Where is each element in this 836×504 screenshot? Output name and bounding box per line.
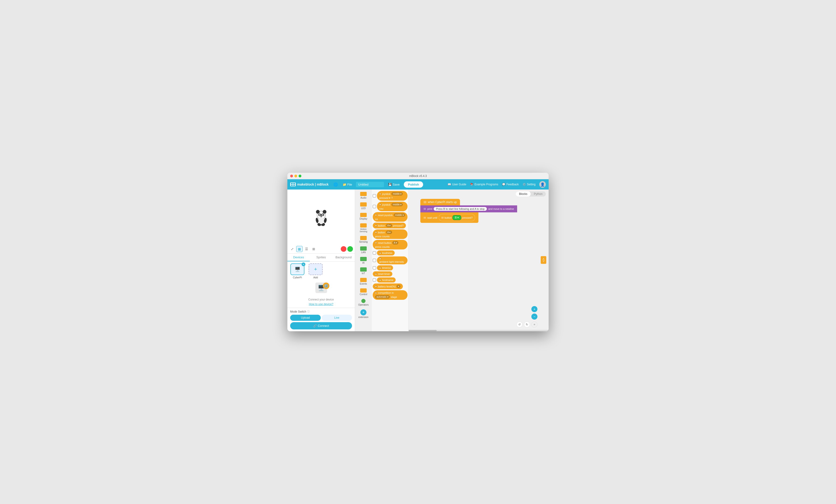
- category-display[interactable]: Display: [356, 211, 371, 221]
- close-button[interactable]: [290, 175, 293, 177]
- redo-btn[interactable]: ↻: [524, 322, 530, 328]
- add-sprite-item: + Add: [307, 264, 324, 279]
- block-notch: ■: [379, 252, 381, 254]
- stop-button[interactable]: [341, 246, 346, 252]
- category-operators[interactable]: Operators: [356, 297, 371, 308]
- block-competition[interactable]: ■ competition in automatic ▾ stage: [373, 290, 407, 300]
- how-to-link[interactable]: How to use device?: [290, 303, 352, 306]
- block-reset-button-counts[interactable]: ■ reset button A ▾ press counts: [373, 240, 407, 249]
- sprite-thumb-cyberpi[interactable]: 🖥️ ✕: [290, 264, 304, 275]
- checkbox-b1[interactable]: [373, 194, 376, 197]
- category-iot[interactable]: IoT: [356, 266, 371, 276]
- svg-rect-0: [291, 183, 293, 184]
- dropdown-auto[interactable]: automatic ▾: [375, 295, 390, 298]
- run-button[interactable]: [347, 246, 353, 252]
- print-block[interactable]: print Press B to start line following an…: [420, 206, 517, 212]
- nav-icon-button[interactable]: 🌐: [332, 181, 339, 188]
- block-hostname[interactable]: ■ hostname: [377, 277, 396, 283]
- cat-label-audio: Audio: [360, 196, 366, 199]
- live-mode-btn[interactable]: Live: [322, 315, 352, 321]
- category-sensing[interactable]: Sensing: [356, 234, 371, 245]
- brand-logo: [290, 182, 296, 186]
- undo-btn[interactable]: ↺: [516, 322, 522, 328]
- add-sprite-btn[interactable]: +: [309, 264, 323, 275]
- category-extension[interactable]: + extension: [356, 308, 371, 320]
- block-button-press-counts[interactable]: ■ button A ▾ press counts: [373, 229, 407, 239]
- detail-view-btn[interactable]: ⊞: [311, 246, 317, 252]
- block-notch: ■: [375, 232, 377, 233]
- block-button-pressed[interactable]: ■ button A ▾ pressed?: [373, 222, 406, 229]
- dropdown-a[interactable]: A ▾: [386, 224, 392, 227]
- avatar[interactable]: 👤: [539, 181, 546, 188]
- upload-mode-btn[interactable]: Upload: [290, 315, 321, 321]
- block-joystick-pressed[interactable]: ■ joystick middle ▾ pressed ▾ ?: [377, 191, 407, 201]
- tabs-row: Devices Sprites Background: [287, 254, 355, 261]
- cat-label-sensing: Sensing: [359, 240, 368, 243]
- view-controls: ⤢ ▦ ☰ ⊞: [287, 245, 355, 254]
- connect-device-btn[interactable]: 🔗 Connect: [290, 322, 352, 329]
- category-audio[interactable]: Audio: [356, 191, 371, 200]
- example-programs-link[interactable]: 📚Example Programs: [470, 183, 498, 186]
- tab-python[interactable]: Python: [531, 191, 546, 196]
- expand-code-btn[interactable]: </>: [541, 256, 546, 264]
- scrollbar-thumb[interactable]: [408, 330, 437, 331]
- sprite-remove-btn[interactable]: ✕: [302, 263, 305, 266]
- checkbox-b7[interactable]: [373, 251, 376, 255]
- tab-devices[interactable]: Devices: [287, 254, 310, 261]
- svg-point-14: [320, 214, 320, 215]
- category-control[interactable]: Control: [356, 287, 371, 297]
- dropdown-a3[interactable]: A ▾: [392, 241, 398, 245]
- category-events[interactable]: Events: [356, 276, 371, 287]
- category-lan[interactable]: LAN: [356, 245, 371, 255]
- checkbox-b11[interactable]: [373, 278, 376, 282]
- dropdown-middle[interactable]: middle ▾: [392, 192, 403, 196]
- window-controls: [290, 175, 301, 177]
- block-reset-joystick[interactable]: ■ reset joystick middle ▾ co: [373, 212, 407, 222]
- dropdown-middle3[interactable]: middle ▾: [394, 213, 405, 217]
- category-ai[interactable]: AI: [356, 255, 371, 266]
- tab-blocks[interactable]: Blocks: [516, 191, 530, 196]
- connect-area: 🖥️ ⚙️ Connect your device How to use dev…: [287, 281, 355, 308]
- print-text-block[interactable]: Press B to start line following and A to…: [434, 207, 487, 211]
- tab-background[interactable]: Background: [332, 254, 355, 261]
- minimize-button[interactable]: [294, 175, 297, 177]
- project-name-input[interactable]: [356, 182, 384, 187]
- zoom-in-btn[interactable]: +: [531, 306, 537, 312]
- horizontal-scrollbar[interactable]: [408, 330, 549, 331]
- block-battery[interactable]: ■ battery level(%) ▾: [373, 284, 403, 289]
- event-block[interactable]: when CyberPi starts up: [420, 199, 460, 206]
- zoom-out-btn[interactable]: −: [531, 313, 537, 319]
- setting-link[interactable]: ⚙️Setting: [522, 183, 535, 186]
- main-window: mBlock v5.4.3 makeblock | mBlock 🌐 📁 Fil…: [287, 173, 549, 331]
- publish-button[interactable]: Publish: [404, 181, 423, 188]
- block-loudness[interactable]: ■ loudness: [377, 250, 395, 255]
- wait-inner-block[interactable]: button B ▾ pressed?: [439, 214, 475, 221]
- file-menu-button[interactable]: 📁 File: [341, 182, 354, 187]
- save-button[interactable]: 💾 Save: [386, 182, 402, 187]
- expand-view-btn[interactable]: ⤢: [289, 246, 295, 252]
- feedback-link[interactable]: 💬Feedback: [502, 183, 519, 186]
- button-b-dropdown[interactable]: B ▾: [453, 215, 461, 220]
- tab-sprites[interactable]: Sprites: [310, 254, 332, 261]
- maximize-button[interactable]: [299, 175, 301, 177]
- category-motion[interactable]: Motion Sensing: [356, 222, 371, 234]
- block-ambient-light[interactable]: ■ ambient light intensity: [377, 256, 407, 264]
- checkbox-b8[interactable]: [373, 259, 376, 262]
- reset-btn[interactable]: =: [531, 322, 537, 328]
- block-reset-timer[interactable]: ■ reset timer: [373, 271, 392, 276]
- dropdown-middle2[interactable]: middle ▾: [392, 203, 403, 206]
- block-joystick-counts[interactable]: ■ joystick middle ▾ cou: [377, 202, 407, 211]
- checkbox-b9[interactable]: [373, 266, 376, 270]
- cat-label-operators: Operators: [358, 304, 368, 306]
- list-view-btn[interactable]: ☰: [303, 246, 310, 252]
- grid-view-btn[interactable]: ▦: [296, 246, 303, 252]
- user-guide-link[interactable]: 📖User Guide: [448, 183, 466, 186]
- checkbox-b2[interactable]: [373, 205, 376, 208]
- category-led[interactable]: LED: [356, 201, 371, 211]
- wait-block[interactable]: wait until button B ▾ pressed?: [420, 212, 478, 223]
- dropdown-a2[interactable]: A ▾: [386, 231, 392, 234]
- cat-label-iot: IoT: [362, 272, 365, 275]
- mode-switch: Mode Switch ⓘ Upload Live 🔗 Connect: [287, 308, 355, 331]
- dropdown-batt[interactable]: ▾: [397, 285, 400, 288]
- block-timer[interactable]: ■ timer(s): [377, 265, 393, 270]
